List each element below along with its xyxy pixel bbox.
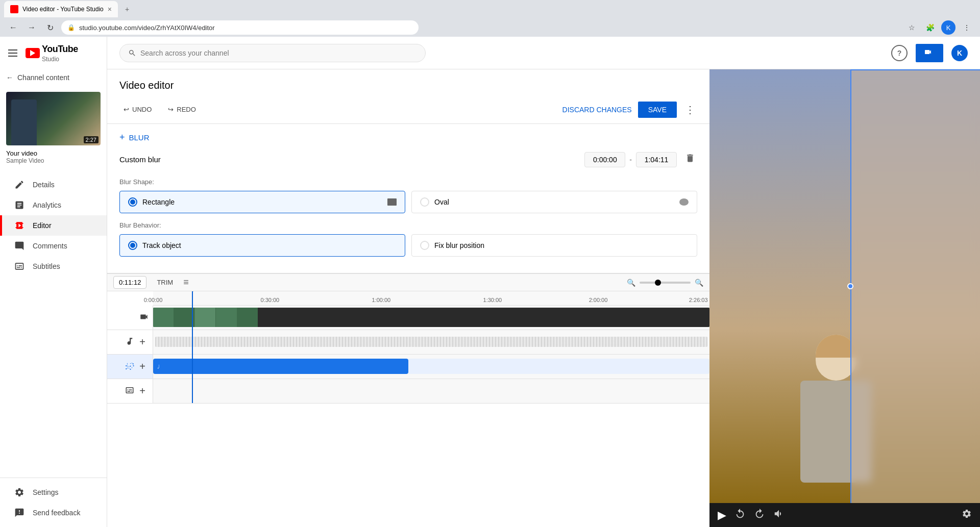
zoom-in-icon[interactable]: 🔍 [695, 279, 703, 287]
main-content: ? K Video editor [107, 37, 980, 527]
preview-scene [709, 69, 980, 503]
audio-track-bar [153, 334, 709, 349]
video-track-bar [153, 308, 709, 327]
create-button[interactable] [916, 44, 943, 62]
discard-changes-button[interactable]: DISCARD CHANGES [562, 106, 632, 114]
forward-button[interactable]: → [24, 20, 39, 35]
sidebar-item-feedback[interactable]: Send feedback [0, 503, 107, 523]
blur-add-icon: + [119, 132, 125, 143]
more-options-button[interactable]: ⋮ [683, 102, 697, 118]
bookmarks-icon[interactable]: ☆ [904, 20, 919, 35]
preview-drag-handle[interactable] [847, 283, 853, 289]
back-to-channel[interactable]: ← Channel content [0, 69, 107, 86]
preview-play-button[interactable]: ▶ [718, 509, 726, 522]
user-avatar[interactable]: K [951, 45, 968, 61]
zoom-out-icon[interactable]: 🔍 [627, 279, 635, 287]
audio-track-add[interactable]: + [136, 336, 149, 348]
video-needle [192, 306, 193, 330]
rectangle-option[interactable]: Rectangle [119, 191, 405, 213]
feedback-label: Send feedback [33, 509, 80, 517]
preview-video-area [709, 69, 980, 503]
trim-button[interactable]: TRIM [153, 277, 177, 288]
fix-radio [420, 241, 429, 250]
blur-behavior-label: Blur Behavior: [119, 221, 697, 229]
redo-icon: ↪ [168, 106, 174, 113]
timeline-toolbar: 0:11:12 TRIM ≡ 🔍 🔍 [107, 273, 709, 291]
tab-bar: Video editor - YouTube Studio × + [0, 0, 980, 18]
create-icon [924, 48, 932, 58]
settings-icon [14, 487, 24, 497]
needle-head [189, 291, 196, 292]
preview-volume-button[interactable] [773, 508, 785, 522]
sidebar-item-settings[interactable]: Settings [0, 482, 107, 503]
time-separator: - [629, 156, 632, 164]
undo-label: UNDO [132, 106, 152, 113]
preview-settings-button[interactable] [962, 509, 972, 521]
blur-track-timeline[interactable] [153, 355, 709, 379]
fix-position-option[interactable]: Fix blur position [411, 234, 697, 257]
refresh-button[interactable]: ↻ [43, 20, 57, 35]
back-arrow-icon: ← [6, 73, 13, 82]
preview-forward-button[interactable] [754, 508, 765, 522]
tab-title: Video editor - YouTube Studio [22, 6, 104, 13]
tab-close-button[interactable]: × [108, 5, 112, 13]
time-start-input[interactable] [584, 152, 625, 167]
sidebar-nav: Details Analytics Editor Comments [0, 170, 107, 478]
sidebar-item-analytics[interactable]: Analytics [0, 195, 107, 215]
blur-track-icon [125, 361, 134, 372]
url-bar[interactable]: 🔒 studio.youtube.com/video/ZrhYAtX0IW4/e… [61, 20, 419, 35]
undo-button[interactable]: ↩ UNDO [119, 104, 156, 115]
active-tab[interactable]: Video editor - YouTube Studio × [4, 1, 118, 17]
timeline-ruler: 0:00:00 0:30:00 1:00:00 1:30:00 2:00:00 … [153, 291, 709, 306]
comments-label: Comments [33, 242, 67, 250]
undo-icon: ↩ [124, 106, 129, 113]
timeline-zoom: 🔍 🔍 [627, 279, 703, 287]
sidebar-item-comments[interactable]: Comments [0, 236, 107, 256]
video-info: Your video Sample Video [6, 149, 101, 164]
redo-button[interactable]: ↪ REDO [164, 104, 200, 115]
save-button[interactable]: SAVE [638, 102, 677, 118]
sidebar-item-details[interactable]: Details [0, 174, 107, 195]
editor-title: Video editor [119, 80, 697, 99]
timeline-content[interactable]: 0:00:00 0:30:00 1:00:00 1:30:00 2:00:00 … [107, 291, 709, 527]
sidebar-item-editor[interactable]: Editor [0, 215, 107, 236]
search-bar[interactable] [119, 44, 426, 62]
editor-label: Editor [33, 221, 52, 230]
oval-option[interactable]: Oval [411, 191, 697, 213]
comments-icon [14, 241, 24, 251]
hamburger-menu[interactable] [8, 49, 17, 57]
editor-container: Video editor ↩ UNDO ↪ REDO [107, 69, 980, 527]
menu-icon[interactable]: ⋮ [960, 20, 974, 35]
extensions-icon[interactable]: 🧩 [923, 20, 937, 35]
blur-track-add[interactable]: + [136, 361, 149, 373]
subtitles-label: Subtitles [33, 262, 60, 270]
timeline-current-time[interactable]: 0:11:12 [113, 276, 146, 289]
rectangle-preview [387, 198, 397, 206]
time-end-input[interactable] [636, 152, 677, 167]
subtitle-track-timeline[interactable] [153, 379, 709, 403]
track-option[interactable]: Track object [119, 234, 405, 257]
youtube-logo[interactable]: YouTube Studio [26, 44, 78, 63]
help-button[interactable]: ? [891, 45, 908, 61]
blur-track-type-icon [157, 362, 164, 371]
zoom-slider[interactable] [640, 282, 691, 284]
profile-icon[interactable]: K [941, 20, 955, 35]
subtitle-track-add[interactable]: + [136, 385, 149, 397]
delete-blur-button[interactable] [683, 151, 697, 168]
blur-section-header: + BLUR [119, 132, 697, 143]
sidebar-item-subtitles[interactable]: Subtitles [0, 256, 107, 277]
ruler-marker-0: 0:00:00 [144, 297, 163, 303]
video-track-timeline[interactable] [153, 306, 709, 330]
blur-overlay [850, 69, 980, 503]
back-button[interactable]: ← [6, 20, 20, 35]
youtube-text: YouTube [42, 44, 78, 55]
redo-label: REDO [177, 106, 196, 113]
preview-rewind-button[interactable] [734, 508, 746, 522]
custom-blur-row: Custom blur - [119, 151, 697, 168]
top-bar: ? K [107, 37, 980, 69]
audio-track-timeline[interactable] [153, 330, 709, 354]
search-input[interactable] [140, 49, 417, 57]
details-icon [14, 180, 24, 190]
subtitle-track-icon [125, 386, 134, 397]
new-tab-button[interactable]: + [120, 2, 134, 16]
